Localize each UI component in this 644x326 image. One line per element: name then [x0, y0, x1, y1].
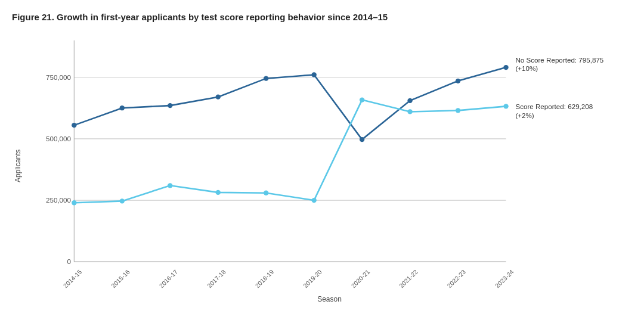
svg-text:2019-20: 2019-20: [302, 269, 323, 290]
svg-point-28: [456, 79, 460, 83]
svg-text:2023-24: 2023-24: [494, 269, 515, 290]
svg-text:2020-21: 2020-21: [350, 269, 371, 290]
svg-text:2014-15: 2014-15: [62, 269, 83, 290]
svg-text:500,000: 500,000: [46, 135, 71, 142]
svg-point-32: [120, 198, 125, 203]
svg-text:Score Reported: 629,208(+2%): Score Reported: 629,208(+2%): [515, 104, 593, 119]
chart-area: Applicants 0250,000500,000750,0002014-15…: [12, 28, 632, 303]
svg-point-20: [72, 123, 76, 128]
svg-text:2015-16: 2015-16: [110, 269, 131, 290]
svg-point-33: [168, 183, 172, 188]
svg-text:2021-22: 2021-22: [398, 269, 419, 290]
chart-svg: 0250,000500,000750,0002014-152015-162016…: [27, 28, 632, 293]
svg-text:2016-17: 2016-17: [158, 269, 179, 290]
svg-text:750,000: 750,000: [46, 74, 71, 81]
svg-point-22: [168, 103, 172, 108]
chart-inner: 0250,000500,000750,0002014-152015-162016…: [27, 28, 632, 303]
svg-point-36: [311, 198, 316, 203]
svg-text:250,000: 250,000: [46, 197, 71, 204]
chart-title: Figure 21. Growth in first-year applican…: [12, 12, 632, 22]
svg-point-25: [311, 72, 316, 77]
y-axis-label: Applicants: [12, 28, 24, 303]
svg-point-29: [503, 65, 508, 70]
svg-point-37: [360, 97, 364, 102]
x-axis-label: Season: [27, 295, 632, 303]
svg-point-26: [360, 137, 364, 142]
svg-point-35: [264, 191, 268, 195]
svg-point-39: [456, 108, 460, 113]
chart-container: Figure 21. Growth in first-year applican…: [0, 0, 644, 326]
svg-text:No Score Reported: 795,875(+10: No Score Reported: 795,875(+10%): [515, 57, 603, 72]
svg-point-21: [120, 105, 125, 110]
svg-point-31: [72, 200, 76, 205]
svg-point-24: [264, 76, 268, 81]
svg-point-23: [215, 95, 220, 100]
svg-point-34: [215, 190, 220, 195]
svg-point-38: [407, 109, 412, 114]
svg-text:0: 0: [67, 259, 71, 266]
svg-text:2018-19: 2018-19: [254, 269, 275, 290]
svg-text:2022-23: 2022-23: [446, 269, 467, 290]
svg-point-40: [503, 104, 508, 108]
svg-text:2017-18: 2017-18: [206, 269, 227, 290]
svg-point-27: [407, 98, 412, 103]
